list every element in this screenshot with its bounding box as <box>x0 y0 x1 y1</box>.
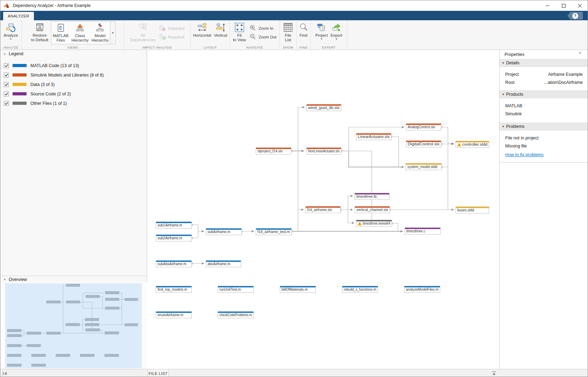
graph-node-sub1Airframe.m[interactable]: sub1Airframe.m <box>156 222 192 229</box>
legend-header: ▾ Legend <box>0 50 147 58</box>
graph-node-enumAirframe.m[interactable]: enumAirframe.m <box>156 312 192 318</box>
section-header-products[interactable]: ▾Products <box>500 90 588 98</box>
legend-checkbox[interactable] <box>4 82 9 87</box>
list-item: MATLAB <box>505 102 583 110</box>
graph-node-controller.sldd[interactable]: controller.sldd <box>456 141 489 148</box>
legend-checkbox[interactable] <box>4 73 9 78</box>
legend-checkbox[interactable] <box>4 92 9 96</box>
maximize-button[interactable] <box>556 0 572 11</box>
find-button[interactable]: Find <box>298 21 309 38</box>
legend-label: MATLAB Code (13 of 13) <box>30 63 79 68</box>
minimap-node <box>27 332 41 334</box>
ribbon-group-views: Restoreto DefaultMATLABFilesClassHierarc… <box>22 20 124 50</box>
ribbon-group-label: LAYOUT <box>191 46 230 49</box>
collapse-section-icon: ▾ <box>502 61 504 65</box>
dependency-graph-canvas[interactable]: wind_gust_lib.slxAnalogControl.slxLinear… <box>147 50 499 369</box>
graph-node-buses.sldd[interactable]: buses.sldd <box>456 207 489 213</box>
analyze-icon <box>6 22 15 33</box>
graph-node-LinearActuator.slx[interactable]: LinearActuator.slx <box>356 133 391 140</box>
minimap-node <box>7 354 21 357</box>
edge-arrow-icon <box>302 209 304 211</box>
overview-minimap[interactable] <box>0 283 147 369</box>
collapse-section-icon: ▾ <box>502 125 504 128</box>
graph-node-rebuild_s_functions.m[interactable]: rebuild_s_functions.m <box>342 286 378 293</box>
node-label: absAirframe.m <box>208 262 230 266</box>
impacted-icon <box>159 25 166 32</box>
ribbon-group-show: FileListSHOW <box>280 20 297 50</box>
section-header-problems[interactable]: ▾Problems <box>500 123 588 130</box>
minimap-node <box>125 324 138 326</box>
graph-node-system_model.sldd[interactable]: system_model.sldd <box>406 164 442 170</box>
graph-node-slproject_f14.slx[interactable]: slproject_f14.slx <box>256 148 291 154</box>
graph-node-checkCodeProblems.m[interactable]: checkCodeProblems.m <box>218 312 254 318</box>
expand-bottom-panel-button[interactable] <box>492 371 496 376</box>
legend-list: MATLAB Code (13 of 13)Simulink Models an… <box>0 61 147 108</box>
graph-node-f14_airframe_test.m[interactable]: f14_airframe_test.m <box>256 229 292 235</box>
button-label: FileList <box>285 33 291 42</box>
minimize-button[interactable] <box>539 0 556 11</box>
help-button[interactable]: ? <box>567 12 583 20</box>
graph-node-find_top_models.m[interactable]: find_top_models.m <box>156 286 192 293</box>
graph-node-subAbsAirframe.m[interactable]: subAbsAirframe.m <box>156 261 192 267</box>
file-list-icon <box>283 22 293 33</box>
collapse-legend-icon[interactable]: ▾ <box>4 52 6 56</box>
class-hierarchy-button[interactable]: ClassHierarchy <box>70 22 90 44</box>
node-label: slproject_f14.slx <box>257 149 283 153</box>
collapse-ribbon-icon[interactable]: ▲ <box>579 51 582 54</box>
project-button[interactable]: Project▾ <box>314 21 329 41</box>
graph-node-absAirframe.m[interactable]: absAirframe.m <box>206 261 241 267</box>
graph-node-AnalogControl.slx[interactable]: AnalogControl.slx <box>406 124 441 130</box>
section-header-details[interactable]: ▾Details <box>500 59 588 67</box>
restore-to-default-button[interactable]: Restoreto Default <box>30 21 50 43</box>
collapse-left-panel-button[interactable] <box>2 371 7 376</box>
export-button[interactable]: Export▾ <box>329 21 343 41</box>
graph-node-vertical_channel.slx[interactable]: vertical_channel.slx <box>355 206 390 213</box>
matlab-files-button[interactable]: MATLABFiles <box>51 22 70 44</box>
views-more-button[interactable]: ▾ <box>110 21 116 44</box>
minimap-node <box>66 301 80 303</box>
legend-checkbox[interactable] <box>4 101 9 106</box>
legend-checkbox[interactable] <box>4 63 9 68</box>
export-icon <box>332 22 341 33</box>
zoom-in-button[interactable]: Zoom In <box>249 24 276 32</box>
minimap-node <box>80 354 94 357</box>
graph-node-wind_gust_lib.slx[interactable]: wind_gust_lib.slx <box>307 104 341 111</box>
graph-node-timesthree.mexw64[interactable]: timesthree.mexw64 <box>356 220 392 227</box>
edge-arrow-icon <box>351 195 353 197</box>
zoom-out-button[interactable]: Zoom Out <box>249 33 276 41</box>
graph-node-runUnitTest.m[interactable]: runUnitTest.m <box>218 286 254 293</box>
file-list-tab[interactable]: FILE LIST <box>147 369 169 377</box>
close-button[interactable] <box>572 0 588 11</box>
fit-to-view-button[interactable]: Fitto View <box>232 21 248 43</box>
graph-node-sub2Airframe.m[interactable]: sub2Airframe.m <box>156 235 192 241</box>
graph-node-DigitalControl.slx[interactable]: DigitalControl.slx <box>406 141 441 147</box>
graph-node-timesthree.tlc[interactable]: timesthree.tlc <box>355 193 390 200</box>
graph-node-billOfMaterials.m[interactable]: billOfMaterials.m <box>280 286 316 293</box>
minimap-node <box>31 364 45 367</box>
analyze-button[interactable]: Analyze▾ <box>2 21 20 41</box>
node-label: billOfMaterials.m <box>282 288 307 291</box>
file-list-button[interactable]: FileList <box>282 21 294 43</box>
collapse-overview-icon[interactable]: ▾ <box>4 277 6 281</box>
minimap-node <box>56 354 70 357</box>
minimap-node <box>31 354 45 357</box>
node-label: timesthree.tlc <box>356 195 377 198</box>
how-to-fix-link[interactable]: How to fix problems <box>505 152 583 157</box>
graph-node-subAirframe.m[interactable]: subAirframe.m <box>206 229 242 235</box>
horizontal-button[interactable]: Horizontal <box>192 21 213 38</box>
ribbon-group-items: AllDependenciesImpactedRequired <box>124 20 190 45</box>
properties-title: Properties <box>500 50 588 59</box>
button-label: Fitto View <box>233 33 246 42</box>
vertical-button[interactable]: Vertical <box>213 21 229 38</box>
graph-node-analyzeModelFiles.m[interactable]: analyzeModelFiles.m <box>405 286 440 293</box>
node-label: f14_airframe.slx <box>307 208 332 212</box>
node-label: timesthree.mexw64 <box>363 222 390 225</box>
graph-node-timesthree.c[interactable]: timesthree.c <box>405 228 441 234</box>
model-hierarchy-button[interactable]: ModelHierarchy <box>90 22 110 44</box>
minimap-node <box>86 329 100 331</box>
minimap-node <box>66 324 80 326</box>
graph-node-NonLinearActuator.slx[interactable]: NonLinearActuator.slx <box>307 148 341 154</box>
tab-analyzer[interactable]: ANALYZER <box>3 12 34 20</box>
graph-node-f14_airframe.slx[interactable]: f14_airframe.slx <box>306 206 341 213</box>
node-label: LinearActuator.slx <box>358 135 390 139</box>
